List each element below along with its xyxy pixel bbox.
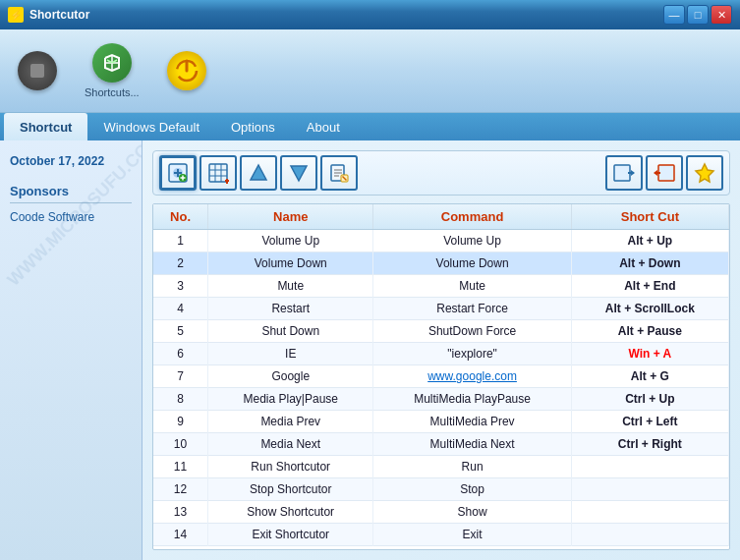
nav-windows-default[interactable]: Windows Default [87, 113, 215, 140]
cell-name: Media Next [208, 433, 373, 456]
cell-name: Stop Shortcutor [208, 478, 373, 501]
cell-shortcut: Alt + ScrollLock [571, 298, 728, 320]
cell-command: Exit [373, 524, 571, 546]
table-row[interactable]: 4RestartRestart ForceAlt + ScrollLock [153, 298, 729, 320]
cell-no: 6 [153, 343, 208, 365]
cell-command: Run [373, 456, 571, 478]
col-command: Command [373, 204, 571, 230]
table-row[interactable]: 10Media NextMultiMedia NextCtrl + Right [153, 433, 729, 456]
table-row[interactable]: 6IE"iexplore"Win + A [153, 343, 729, 365]
cell-no: 12 [153, 478, 208, 501]
cell-no: 11 [153, 456, 208, 478]
cell-name: Exit Shortcutor [208, 524, 373, 546]
table-row[interactable]: 1Volume UpVolume UpAlt + Up [153, 230, 729, 252]
cell-no: 1 [153, 230, 208, 252]
svg-rect-11 [209, 164, 227, 182]
cell-command: MultiMedia Prev [373, 411, 571, 433]
minimize-button[interactable]: — [663, 5, 685, 25]
table-row[interactable]: 11Run ShortcutorRun [153, 456, 729, 478]
toolbar-area: Shortcuts... [0, 29, 740, 113]
table-row[interactable]: 5Shut DownShutDown ForceAlt + Pause [153, 320, 729, 343]
action-btn-group-left [159, 155, 358, 191]
cell-name: Mute [208, 275, 373, 298]
cell-no: 13 [153, 501, 208, 524]
cell-shortcut: Alt + Down [571, 252, 728, 275]
cell-command: Volume Down [373, 252, 571, 275]
nav-bar: Shortcut Windows Default Options About [0, 113, 740, 140]
table-row[interactable]: 9Media PrevMultiMedia PrevCtrl + Left [153, 411, 729, 433]
edit-button[interactable] [320, 155, 358, 191]
cell-command: Stop [373, 478, 571, 501]
table-view-button[interactable] [199, 155, 237, 191]
close-button[interactable]: ✕ [711, 5, 732, 25]
table-row[interactable]: 3MuteMuteAlt + End [153, 275, 729, 298]
import-button[interactable] [646, 155, 683, 191]
cell-command: Volume Up [373, 230, 571, 252]
sidebar-coode-software-link[interactable]: Coode Software [10, 210, 94, 224]
sidebar: WWW.MICROSUFU.COM October 17, 2022 Spons… [0, 140, 142, 560]
cell-command: Restart Force [373, 298, 571, 320]
table-row[interactable]: 7Googlewww.google.comAlt + G [153, 365, 729, 388]
right-panel: WWW.MICROSUFU.COM [142, 140, 740, 560]
move-up-button[interactable] [240, 155, 277, 191]
pin-button[interactable] [686, 155, 723, 191]
cell-command: ShutDown Force [373, 320, 571, 343]
sidebar-date: October 17, 2022 [10, 150, 132, 168]
cell-no: 7 [153, 365, 208, 388]
maximize-button[interactable]: □ [687, 5, 709, 25]
cell-command: MultiMedia PlayPause [373, 388, 571, 411]
sidebar-sponsors: Sponsors [10, 184, 132, 198]
window-controls: — □ ✕ [663, 5, 732, 25]
table-row[interactable]: 8Media Play|PauseMultiMedia PlayPauseCtr… [153, 388, 729, 411]
col-name: Name [208, 204, 373, 230]
power-toolbar-button[interactable] [159, 47, 214, 94]
cell-name: Volume Up [208, 230, 373, 252]
cell-name: Google [208, 365, 373, 388]
svg-rect-29 [658, 165, 674, 181]
cell-no: 4 [153, 298, 208, 320]
cell-name: IE [208, 343, 373, 365]
cell-shortcut: Alt + G [571, 365, 728, 388]
table-row[interactable]: 12Stop ShortcutorStop [153, 478, 729, 501]
shortcuts-label: Shortcuts... [85, 86, 140, 98]
cell-name: Media Play|Pause [208, 388, 373, 411]
svg-marker-28 [631, 170, 635, 176]
cell-no: 9 [153, 411, 208, 433]
cell-shortcut: Win + A [571, 343, 728, 365]
cell-shortcut [571, 478, 728, 501]
table-row[interactable]: 14Exit ShortcutorExit [153, 524, 729, 546]
svg-marker-32 [696, 164, 713, 182]
nav-shortcut[interactable]: Shortcut [4, 113, 87, 140]
table-row[interactable]: 2Volume DownVolume DownAlt + Down [153, 252, 729, 275]
cell-shortcut: Alt + End [571, 275, 728, 298]
nav-about[interactable]: About [291, 113, 356, 140]
cell-no: 10 [153, 433, 208, 456]
cell-no: 5 [153, 320, 208, 343]
cell-name: Restart [208, 298, 373, 320]
app-icon: ⚡ [8, 7, 24, 23]
cell-command: Mute [373, 275, 571, 298]
main-content: WWW.MICROSUFU.COM October 17, 2022 Spons… [0, 140, 740, 560]
col-no: No. [153, 204, 208, 230]
add-button[interactable] [159, 155, 197, 191]
cell-no: 3 [153, 275, 208, 298]
table-row[interactable]: 13Show ShortcutorShow [153, 501, 729, 524]
cell-no: 14 [153, 524, 208, 546]
svg-marker-31 [654, 170, 657, 176]
cell-command: www.google.com [373, 365, 571, 388]
cell-shortcut [571, 501, 728, 524]
export-button[interactable] [605, 155, 643, 191]
shortcuts-toolbar-button[interactable]: Shortcuts... [77, 39, 147, 102]
action-btn-group-right [605, 155, 723, 191]
cell-shortcut: Alt + Pause [571, 320, 728, 343]
col-shortcut: Short Cut [571, 204, 728, 230]
move-down-button[interactable] [280, 155, 317, 191]
cell-command: MultiMedia Next [373, 433, 571, 456]
cell-command: Show [373, 501, 571, 524]
shortcuts-icon [92, 43, 132, 83]
svg-rect-26 [614, 165, 630, 181]
data-table[interactable]: No. Name Command Short Cut 1Volume UpVol… [152, 203, 730, 550]
nav-options[interactable]: Options [215, 113, 291, 140]
stop-toolbar-button[interactable] [10, 47, 65, 94]
cell-shortcut: Ctrl + Right [571, 433, 728, 456]
